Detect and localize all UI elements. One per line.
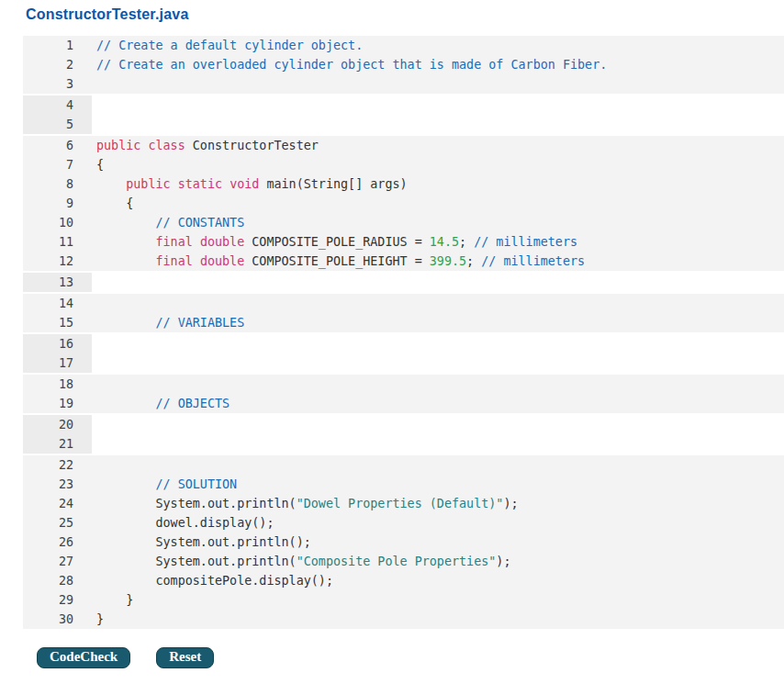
line-number: 14 <box>23 294 92 313</box>
line-number: 12 <box>23 252 92 271</box>
code-line: 25 dowel.display(); <box>23 513 784 533</box>
code-token-plain <box>222 177 230 191</box>
code-token-comment: // millimeters <box>474 235 577 249</box>
code-line: 15 // VARIABLES <box>23 313 784 332</box>
line-number: 23 <box>23 475 92 494</box>
editable-code-block: 13 <box>23 273 784 292</box>
line-number: 25 <box>23 513 92 533</box>
line-content: // Create a default cylinder object. <box>92 36 784 55</box>
code-line: 27 System.out.println("Composite Pole Pr… <box>23 552 784 571</box>
code-line: 4 <box>23 95 784 115</box>
line-number: 22 <box>23 455 92 475</box>
code-token-string: "Dowel Properties (Default)" <box>297 497 504 510</box>
editable-line[interactable] <box>92 415 784 434</box>
code-token-comment: // millimeters <box>481 254 585 268</box>
code-line: 3 <box>23 74 784 94</box>
line-number: 30 <box>23 610 92 629</box>
line-number: 10 <box>23 213 92 232</box>
code-line: 10 // CONSTANTS <box>23 213 784 232</box>
code-token-comment: // Create an overloaded cylinder object … <box>96 58 607 72</box>
code-token-plain <box>96 177 126 191</box>
code-token-plain: System.out.println( <box>96 555 297 568</box>
line-content: // SOLUTION <box>92 475 784 494</box>
locked-code-block: 1415 // VARIABLES <box>23 294 784 332</box>
line-content: dowel.display(); <box>92 513 784 533</box>
line-number: 17 <box>23 353 92 373</box>
line-content: final double COMPOSITE_POLE_HEIGHT = 399… <box>92 252 784 271</box>
code-line: 29 } <box>23 590 784 610</box>
code-token-plain <box>96 477 156 491</box>
line-content <box>92 294 784 313</box>
line-content: System.out.println(); <box>92 533 784 552</box>
line-number: 18 <box>23 375 92 394</box>
code-token-comment: // SOLUTION <box>156 477 238 491</box>
line-content <box>92 74 784 94</box>
code-token-plain: } <box>96 593 133 607</box>
code-token-plain: ); <box>503 497 518 510</box>
locked-code-block: 1819 // OBJECTS <box>23 375 784 413</box>
line-number: 6 <box>23 136 92 155</box>
editable-line[interactable] <box>92 434 784 454</box>
line-number: 26 <box>23 533 92 552</box>
line-number: 20 <box>23 415 92 434</box>
code-token-plain: dowel.display(); <box>96 516 274 530</box>
line-number: 19 <box>23 394 92 413</box>
code-line: 30} <box>23 610 784 629</box>
line-number: 29 <box>23 590 92 610</box>
line-number: 28 <box>23 571 92 590</box>
code-line: 9 { <box>23 194 784 213</box>
code-token-plain <box>96 216 156 230</box>
code-line: 8 public static void main(String[] args) <box>23 174 784 194</box>
locked-code-block: 6public class ConstructorTester7{8 publi… <box>23 136 784 271</box>
code-token-keyword: final <box>156 235 193 249</box>
line-number: 8 <box>23 174 92 194</box>
code-line: 13 <box>23 273 784 292</box>
line-content: } <box>92 590 784 610</box>
line-content <box>92 375 784 394</box>
code-editor: 1// Create a default cylinder object.2//… <box>23 36 784 629</box>
codecheck-button[interactable]: CodeCheck <box>37 647 130 668</box>
editable-line[interactable] <box>92 273 784 292</box>
line-content: System.out.println("Composite Pole Prope… <box>92 552 784 571</box>
editable-line[interactable] <box>92 95 784 115</box>
line-content: public static void main(String[] args) <box>92 174 784 194</box>
code-token-number: 399.5 <box>430 254 466 268</box>
code-line: 26 System.out.println(); <box>23 533 784 552</box>
code-token-keyword: public <box>126 177 170 191</box>
editable-code-block: 45 <box>23 95 784 134</box>
editable-line[interactable] <box>92 115 784 134</box>
code-token-plain <box>193 235 200 249</box>
line-number: 3 <box>23 74 92 94</box>
reset-button[interactable]: Reset <box>156 647 214 668</box>
code-line: 5 <box>23 115 784 134</box>
locked-code-block: 2223 // SOLUTION24 System.out.println("D… <box>23 455 784 629</box>
line-number: 27 <box>23 552 92 571</box>
code-line: 1// Create a default cylinder object. <box>23 36 784 55</box>
code-token-plain: { <box>96 196 133 210</box>
code-token-plain <box>96 397 156 410</box>
line-content: final double COMPOSITE_POLE_RADIUS = 14.… <box>92 232 784 252</box>
code-line: 16 <box>23 334 784 353</box>
code-token-plain: ; <box>466 254 481 268</box>
editable-code-block: 1617 <box>23 334 784 373</box>
code-token-keyword: double <box>200 254 244 268</box>
line-number: 5 <box>23 115 92 134</box>
locked-code-block: 1// Create a default cylinder object.2//… <box>23 36 784 94</box>
code-token-plain: compositePole.display(); <box>96 574 333 588</box>
button-bar: CodeCheck Reset <box>37 647 784 668</box>
code-token-keyword: void <box>230 177 259 191</box>
code-line: 2// Create an overloaded cylinder object… <box>23 55 784 74</box>
line-content: System.out.println("Dowel Properties (De… <box>92 494 784 513</box>
editable-line[interactable] <box>92 334 784 353</box>
line-number: 15 <box>23 313 92 332</box>
code-token-plain: ; <box>459 235 474 249</box>
code-line: 17 <box>23 353 784 373</box>
code-token-number: 14.5 <box>430 235 459 249</box>
line-number: 11 <box>23 232 92 252</box>
line-number: 1 <box>23 36 92 55</box>
line-number: 4 <box>23 95 92 115</box>
code-token-plain: ConstructorTester <box>185 139 319 152</box>
code-token-plain: } <box>96 612 104 626</box>
editable-line[interactable] <box>92 353 784 373</box>
line-content: } <box>92 610 784 629</box>
